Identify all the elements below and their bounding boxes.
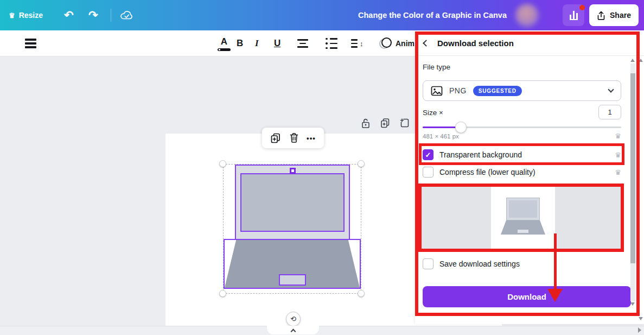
chevron-up-icon xyxy=(290,328,296,334)
rotate-icon: ⟲ xyxy=(290,315,296,323)
canva-editor: ♛ Resize ↶ ↷ Change the Color of a Graph… xyxy=(0,0,644,335)
italic-button[interactable]: I xyxy=(255,30,259,56)
text-color-bar xyxy=(218,48,231,51)
compress-file-label: Compress file (lower quality) xyxy=(439,168,535,176)
undo-icon[interactable]: ↶ xyxy=(64,0,74,30)
size-dimensions: 481 × 461 px xyxy=(423,133,459,140)
file-type-value: PNG xyxy=(449,86,467,95)
upload-icon xyxy=(597,11,605,20)
position-icon[interactable] xyxy=(25,30,36,56)
annotation-arrow xyxy=(554,233,557,290)
document-title[interactable]: Change the Color of a Graphic in Canva xyxy=(324,0,541,30)
download-button[interactable]: Download xyxy=(423,286,631,307)
share-label: Share xyxy=(610,11,631,20)
element-toolbar: ••• xyxy=(262,128,324,148)
header-divider xyxy=(111,9,111,22)
laptop-trackpad[interactable] xyxy=(279,274,306,286)
preview-gray-right xyxy=(555,187,621,249)
delete-icon[interactable] xyxy=(289,132,299,143)
size-label: Size × xyxy=(423,109,443,117)
expand-bottom-panel-tab[interactable] xyxy=(267,326,319,334)
text-align-icon[interactable] xyxy=(297,30,308,56)
save-settings-option: Save download settings xyxy=(423,258,621,269)
page-scroll-down-arrow[interactable] xyxy=(639,317,643,320)
preview-gray-left xyxy=(422,187,491,249)
save-settings-checkbox[interactable] xyxy=(423,258,433,269)
panel-header: Download selection xyxy=(415,30,644,56)
cloud-saved-icon xyxy=(120,0,133,30)
resize-handle-bottom-left[interactable] xyxy=(219,290,226,297)
suggested-badge: SUGGESTED xyxy=(473,86,522,96)
check-icon: ✓ xyxy=(425,151,431,159)
premium-crown-icon: ♛ xyxy=(615,151,621,159)
unlock-icon[interactable] xyxy=(360,117,371,129)
duplicate-icon[interactable] xyxy=(270,132,281,144)
annotation-arrow-head xyxy=(547,289,563,302)
scroll-up-arrow[interactable] xyxy=(630,59,635,62)
animate-icon[interactable] xyxy=(379,30,393,56)
transparent-background-checkbox[interactable]: ✓ xyxy=(423,149,433,160)
resize-handle-top-left[interactable] xyxy=(219,160,226,167)
compress-file-checkbox[interactable] xyxy=(423,167,433,178)
text-color-button[interactable]: A xyxy=(218,30,231,56)
download-preview xyxy=(422,187,621,249)
premium-crown-icon: ♛ xyxy=(615,132,621,140)
add-page-icon[interactable] xyxy=(399,117,410,129)
rotate-handle[interactable]: ⟲ xyxy=(286,312,301,326)
element-top-handle[interactable] xyxy=(290,168,296,174)
top-bar: ♛ Resize ↶ ↷ Change the Color of a Graph… xyxy=(0,0,644,30)
premium-crown-icon: ♛ xyxy=(615,168,621,176)
bullet-list-icon[interactable] xyxy=(326,30,337,56)
file-type-select[interactable]: PNG SUGGESTED xyxy=(423,80,621,101)
more-options-icon[interactable]: ••• xyxy=(307,134,316,142)
crown-icon: ♛ xyxy=(9,12,15,19)
resize-handle-top-right[interactable] xyxy=(358,160,365,167)
resize-label: Resize xyxy=(19,11,43,20)
bold-button[interactable]: B xyxy=(237,30,243,56)
redo-icon[interactable]: ↷ xyxy=(88,0,98,30)
panel-scrollbar xyxy=(630,57,636,308)
scroll-right-arrow[interactable] xyxy=(638,327,641,333)
transparent-background-option: ✓ Transparent background ♛ xyxy=(423,149,621,160)
image-icon xyxy=(431,86,443,96)
animate-label[interactable]: Anim xyxy=(396,30,415,56)
avatar[interactable] xyxy=(515,4,539,27)
line-spacing-icon[interactable]: ↕ xyxy=(351,30,364,56)
transparent-background-label: Transparent background xyxy=(439,150,522,159)
slider-knob[interactable] xyxy=(455,122,467,133)
resize-button[interactable]: ♛ Resize xyxy=(9,0,43,30)
underline-button[interactable]: U xyxy=(274,30,280,56)
duplicate-page-icon[interactable] xyxy=(380,117,391,129)
chevron-down-icon xyxy=(608,86,614,92)
panel-title: Download selection xyxy=(437,39,514,48)
bar-chart-icon xyxy=(570,10,578,20)
scrollbar-thumb[interactable] xyxy=(630,73,635,263)
download-panel: Download selection File type PNG SUGGEST… xyxy=(415,30,644,324)
save-settings-label: Save download settings xyxy=(439,260,520,268)
page-scroll-up-arrow[interactable] xyxy=(639,59,643,62)
resize-handle-bottom-right[interactable] xyxy=(358,290,365,297)
file-type-label: File type xyxy=(423,63,450,71)
bottom-bar xyxy=(0,326,644,335)
text-color-letter: A xyxy=(221,36,227,47)
size-multiplier-input[interactable] xyxy=(598,105,621,119)
preview-transparent-center xyxy=(491,187,555,249)
size-slider xyxy=(423,127,621,128)
laptop-screen[interactable] xyxy=(240,173,345,232)
share-button[interactable]: Share xyxy=(589,4,639,26)
scroll-down-arrow[interactable] xyxy=(630,302,635,306)
back-icon[interactable] xyxy=(423,40,430,47)
compress-file-option: Compress file (lower quality) ♛ xyxy=(423,167,621,178)
notification-dot xyxy=(579,5,585,10)
